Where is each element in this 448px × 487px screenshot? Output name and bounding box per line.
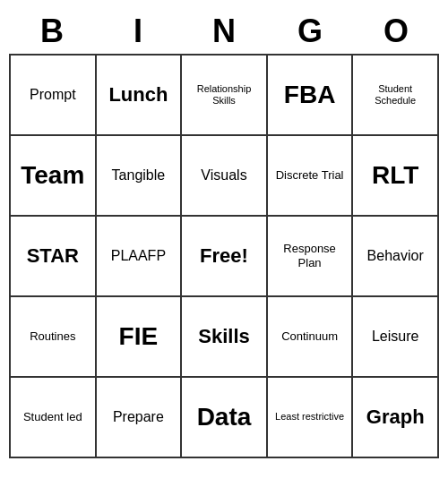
cell-label: Graph <box>366 406 425 429</box>
cell-r1-c3: Discrete Trial <box>268 136 354 217</box>
cell-r0-c2: Relationship Skills <box>182 56 268 136</box>
cell-r0-c3: FBA <box>268 56 354 136</box>
cell-r3-c4: Leisure <box>353 297 439 378</box>
cell-label: STAR <box>27 244 79 268</box>
cell-label: Relationship Skills <box>185 83 263 107</box>
cell-r3-c1: FIE <box>97 297 183 378</box>
cell-label: Continuum <box>281 329 338 344</box>
cell-r1-c2: Visuals <box>182 136 268 217</box>
cell-label: FIE <box>119 321 159 352</box>
cell-r0-c0: Prompt <box>11 56 97 136</box>
cell-label: Student Schedule <box>357 83 434 107</box>
cell-label: Prompt <box>30 86 76 103</box>
cell-r2-c1: PLAAFP <box>97 217 183 297</box>
cell-r0-c4: Student Schedule <box>353 56 439 136</box>
cell-r4-c1: Prepare <box>97 378 183 458</box>
cell-label: Lunch <box>108 83 168 107</box>
cell-label: Team <box>21 160 84 191</box>
cell-label: PLAAFP <box>111 247 166 264</box>
bingo-card: BINGO PromptLunchRelationship SkillsFBAS… <box>9 9 439 458</box>
cell-r2-c3: Response Plan <box>268 217 354 297</box>
cell-label: Least restrictive <box>275 411 344 423</box>
cell-label: Discrete Trial <box>276 168 344 183</box>
cell-label: Response Plan <box>271 242 349 269</box>
cell-label: Leisure <box>372 328 418 345</box>
cell-label: Free! <box>200 244 248 268</box>
cell-label: RLT <box>372 160 418 191</box>
cell-label: Data <box>197 402 252 432</box>
cell-label: FBA <box>284 80 336 110</box>
cell-label: Behavior <box>367 247 424 264</box>
cell-r4-c2: Data <box>182 378 268 458</box>
bingo-grid: PromptLunchRelationship SkillsFBAStudent… <box>9 54 439 458</box>
cell-label: Visuals <box>201 167 246 184</box>
bingo-header: BINGO <box>9 9 439 54</box>
header-letter: O <box>353 9 439 54</box>
cell-r1-c0: Team <box>11 136 97 217</box>
header-letter: B <box>9 9 95 54</box>
cell-r3-c3: Continuum <box>268 297 354 378</box>
cell-r2-c0: STAR <box>11 217 97 297</box>
cell-r2-c4: Behavior <box>353 217 439 297</box>
cell-r1-c1: Tangible <box>97 136 183 217</box>
cell-r3-c2: Skills <box>182 297 268 378</box>
header-letter: G <box>267 9 353 54</box>
cell-label: Student led <box>23 410 82 424</box>
cell-label: Routines <box>30 329 75 344</box>
cell-r4-c3: Least restrictive <box>268 378 354 458</box>
cell-label: Prepare <box>113 408 164 425</box>
cell-r2-c2: Free! <box>182 217 268 297</box>
cell-r0-c1: Lunch <box>97 56 183 136</box>
cell-r4-c0: Student led <box>11 378 97 458</box>
header-letter: I <box>95 9 181 54</box>
cell-r1-c4: RLT <box>353 136 439 217</box>
header-letter: N <box>181 9 267 54</box>
cell-label: Skills <box>198 325 249 348</box>
cell-r4-c4: Graph <box>353 378 439 458</box>
cell-label: Tangible <box>112 167 166 184</box>
cell-r3-c0: Routines <box>11 297 97 378</box>
